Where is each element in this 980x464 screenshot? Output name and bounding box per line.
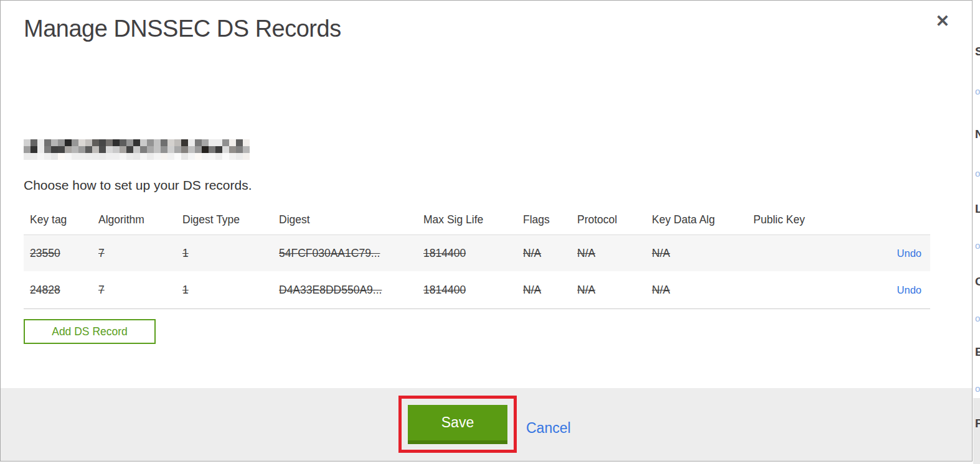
table-header-row: Key tag Algorithm Digest Type Digest Max… xyxy=(24,205,930,235)
annotation-highlight-box: Save xyxy=(398,396,517,453)
cell-algorithm: 7 xyxy=(98,247,182,260)
col-header-key-data-alg: Key Data Alg xyxy=(652,213,753,226)
background-page-fragment: L xyxy=(975,202,980,216)
col-header-public-key: Public Key xyxy=(753,213,847,226)
modal-footer: Save Cancel xyxy=(1,388,972,461)
cell-digest: 54FCF030AA1C79... xyxy=(279,247,423,260)
background-page-edge: SoNoLoCoEoP xyxy=(973,0,980,464)
background-page-gray-section xyxy=(973,398,980,464)
cell-flags: N/A xyxy=(523,247,577,260)
cell-flags: N/A xyxy=(523,284,577,297)
col-header-digest-type: Digest Type xyxy=(182,213,279,226)
table-row: 23550 7 1 54FCF030AA1C79... 1814400 N/A … xyxy=(24,235,930,271)
modal-title: Manage DNSSEC DS Records xyxy=(24,16,341,42)
undo-link[interactable]: Undo xyxy=(897,284,921,295)
background-page-fragment: N xyxy=(975,128,980,141)
background-page-fragment: C xyxy=(975,275,980,289)
ds-records-table: Key tag Algorithm Digest Type Digest Max… xyxy=(24,205,930,309)
col-header-flags: Flags xyxy=(523,213,577,226)
col-header-key-tag: Key tag xyxy=(24,213,98,226)
table-row: 24828 7 1 D4A33E8DD550A9... 1814400 N/A … xyxy=(24,271,930,309)
background-page-fragment: P xyxy=(975,417,980,430)
cell-max-sig-life: 1814400 xyxy=(423,284,523,297)
save-button[interactable]: Save xyxy=(408,405,507,444)
page: Manage DNSSEC DS Records ✕ Choose how to… xyxy=(0,0,980,464)
cell-key-tag: 24828 xyxy=(24,284,98,297)
cell-algorithm: 7 xyxy=(98,284,182,297)
close-icon[interactable]: ✕ xyxy=(935,13,949,30)
background-page-fragment: E xyxy=(975,345,980,359)
background-page-fragment: o xyxy=(975,240,980,251)
redacted-domain-name xyxy=(24,139,250,160)
background-page-fragment: o xyxy=(975,168,980,179)
col-header-max-sig-life: Max Sig Life xyxy=(423,213,523,226)
col-header-algorithm: Algorithm xyxy=(98,213,182,226)
background-page-fragment: o xyxy=(975,383,980,394)
add-ds-record-button[interactable]: Add DS Record xyxy=(24,319,156,344)
col-header-protocol: Protocol xyxy=(577,213,652,226)
cell-key-data-alg: N/A xyxy=(652,247,753,260)
col-header-digest: Digest xyxy=(279,213,423,226)
cell-key-tag: 23550 xyxy=(24,247,98,260)
cancel-link[interactable]: Cancel xyxy=(526,420,571,437)
cell-digest-type: 1 xyxy=(182,247,279,260)
cell-key-data-alg: N/A xyxy=(652,284,753,297)
cell-digest-type: 1 xyxy=(182,284,279,297)
cell-protocol: N/A xyxy=(577,247,652,260)
background-page-fragment: S xyxy=(975,45,980,58)
cell-protocol: N/A xyxy=(577,284,652,297)
undo-link[interactable]: Undo xyxy=(897,248,921,259)
background-page-fragment: o xyxy=(975,313,980,323)
background-page-fragment: o xyxy=(975,86,980,96)
cell-digest: D4A33E8DD550A9... xyxy=(279,284,423,297)
instruction-text: Choose how to set up your DS records. xyxy=(24,178,252,193)
cell-max-sig-life: 1814400 xyxy=(423,247,523,260)
manage-dnssec-modal: Manage DNSSEC DS Records ✕ Choose how to… xyxy=(0,0,973,462)
